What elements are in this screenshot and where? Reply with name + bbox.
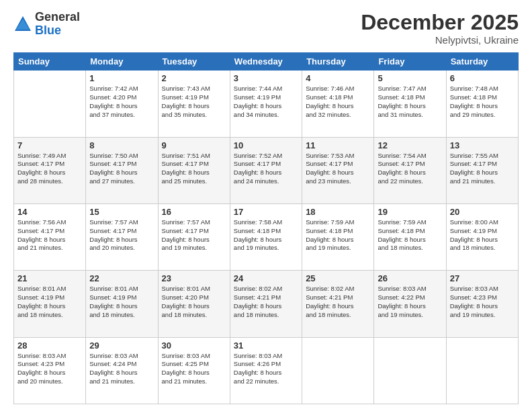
- day-number: 26: [378, 273, 442, 283]
- day-info: Sunrise: 8:01 AMSunset: 4:19 PMDaylight:…: [17, 285, 82, 319]
- calendar-cell: 29Sunrise: 8:03 AMSunset: 4:24 PMDayligh…: [86, 337, 158, 404]
- day-info: Sunrise: 8:01 AMSunset: 4:19 PMDaylight:…: [89, 285, 154, 319]
- calendar-cell: 15Sunrise: 7:57 AMSunset: 4:17 PMDayligh…: [86, 203, 158, 270]
- day-number: 13: [450, 140, 515, 150]
- day-info: Sunrise: 7:42 AMSunset: 4:20 PMDaylight:…: [89, 85, 154, 119]
- calendar-week-row: 28Sunrise: 8:03 AMSunset: 4:23 PMDayligh…: [14, 337, 519, 404]
- day-info: Sunrise: 7:59 AMSunset: 4:18 PMDaylight:…: [378, 218, 442, 253]
- calendar-cell: 28Sunrise: 8:03 AMSunset: 4:23 PMDayligh…: [14, 337, 86, 404]
- day-of-week-header: Monday: [86, 53, 158, 71]
- svg-marker-1: [16, 19, 30, 30]
- day-info: Sunrise: 7:59 AMSunset: 4:18 PMDaylight:…: [306, 218, 370, 253]
- day-number: 23: [162, 273, 226, 283]
- day-number: 9: [162, 140, 226, 150]
- day-of-week-header: Thursday: [302, 53, 374, 71]
- calendar-cell: 2Sunrise: 7:43 AMSunset: 4:19 PMDaylight…: [158, 71, 230, 137]
- calendar-cell: 18Sunrise: 7:59 AMSunset: 4:18 PMDayligh…: [302, 203, 374, 270]
- calendar-cell: 9Sunrise: 7:51 AMSunset: 4:17 PMDaylight…: [158, 137, 230, 203]
- day-number: 6: [450, 73, 515, 83]
- calendar-cell: 14Sunrise: 7:56 AMSunset: 4:17 PMDayligh…: [14, 203, 86, 270]
- calendar-week-row: 21Sunrise: 8:01 AMSunset: 4:19 PMDayligh…: [14, 271, 519, 337]
- day-of-week-header: Friday: [374, 53, 446, 71]
- calendar-cell: [374, 337, 446, 404]
- calendar-table: SundayMondayTuesdayWednesdayThursdayFrid…: [13, 52, 519, 404]
- day-info: Sunrise: 7:43 AMSunset: 4:19 PMDaylight:…: [162, 85, 226, 119]
- day-info: Sunrise: 7:54 AMSunset: 4:17 PMDaylight:…: [378, 152, 442, 186]
- day-info: Sunrise: 8:03 AMSunset: 4:24 PMDaylight:…: [89, 352, 154, 386]
- day-number: 17: [234, 207, 298, 217]
- day-number: 11: [306, 140, 370, 150]
- day-number: 16: [162, 207, 226, 217]
- day-number: 10: [234, 140, 298, 150]
- day-of-week-header: Sunday: [14, 53, 86, 71]
- title-section: December 2025 Nelypivtsi, Ukraine: [361, 11, 519, 46]
- day-number: 5: [378, 73, 442, 83]
- calendar-cell: [14, 71, 86, 137]
- day-of-week-header: Tuesday: [158, 53, 230, 71]
- day-number: 4: [306, 73, 370, 83]
- calendar-cell: 24Sunrise: 8:02 AMSunset: 4:21 PMDayligh…: [230, 271, 302, 337]
- day-info: Sunrise: 7:48 AMSunset: 4:18 PMDaylight:…: [450, 85, 515, 119]
- day-info: Sunrise: 8:03 AMSunset: 4:23 PMDaylight:…: [17, 352, 82, 386]
- day-info: Sunrise: 7:56 AMSunset: 4:17 PMDaylight:…: [17, 218, 82, 253]
- calendar-cell: 17Sunrise: 7:58 AMSunset: 4:18 PMDayligh…: [230, 203, 302, 270]
- calendar-cell: 12Sunrise: 7:54 AMSunset: 4:17 PMDayligh…: [374, 137, 446, 203]
- calendar-cell: 27Sunrise: 8:03 AMSunset: 4:23 PMDayligh…: [446, 271, 518, 337]
- calendar-cell: [302, 337, 374, 404]
- calendar-cell: 6Sunrise: 7:48 AMSunset: 4:18 PMDaylight…: [446, 71, 518, 137]
- day-number: 7: [17, 140, 82, 150]
- calendar-cell: 8Sunrise: 7:50 AMSunset: 4:17 PMDaylight…: [86, 137, 158, 203]
- calendar-cell: 10Sunrise: 7:52 AMSunset: 4:17 PMDayligh…: [230, 137, 302, 203]
- day-info: Sunrise: 7:47 AMSunset: 4:18 PMDaylight:…: [378, 85, 442, 119]
- day-number: 8: [89, 140, 154, 150]
- day-number: 1: [89, 73, 154, 83]
- day-info: Sunrise: 8:03 AMSunset: 4:23 PMDaylight:…: [450, 285, 515, 319]
- logo-icon: [13, 15, 32, 34]
- calendar-cell: 3Sunrise: 7:44 AMSunset: 4:19 PMDaylight…: [230, 71, 302, 137]
- day-info: Sunrise: 8:02 AMSunset: 4:21 PMDaylight:…: [306, 285, 370, 319]
- day-info: Sunrise: 7:57 AMSunset: 4:17 PMDaylight:…: [89, 218, 154, 253]
- calendar-header-row: SundayMondayTuesdayWednesdayThursdayFrid…: [14, 53, 519, 71]
- day-number: 28: [17, 340, 82, 351]
- day-info: Sunrise: 8:01 AMSunset: 4:20 PMDaylight:…: [162, 285, 226, 319]
- day-info: Sunrise: 7:51 AMSunset: 4:17 PMDaylight:…: [162, 152, 226, 186]
- day-number: 22: [89, 273, 154, 283]
- calendar-week-row: 7Sunrise: 7:49 AMSunset: 4:17 PMDaylight…: [14, 137, 519, 203]
- location: Nelypivtsi, Ukraine: [361, 34, 519, 46]
- calendar-cell: 16Sunrise: 7:57 AMSunset: 4:17 PMDayligh…: [158, 203, 230, 270]
- day-info: Sunrise: 7:49 AMSunset: 4:17 PMDaylight:…: [17, 152, 82, 186]
- calendar-week-row: 14Sunrise: 7:56 AMSunset: 4:17 PMDayligh…: [14, 203, 519, 270]
- logo-general: General: [35, 11, 80, 24]
- day-number: 29: [89, 340, 154, 351]
- day-number: 2: [162, 73, 226, 83]
- day-number: 15: [89, 207, 154, 217]
- day-info: Sunrise: 7:53 AMSunset: 4:17 PMDaylight:…: [306, 152, 370, 186]
- day-of-week-header: Saturday: [446, 53, 518, 71]
- header: General Blue December 2025 Nelypivtsi, U…: [13, 11, 519, 46]
- day-number: 30: [162, 340, 226, 351]
- logo-text: General Blue: [35, 11, 80, 38]
- day-number: 18: [306, 207, 370, 217]
- day-info: Sunrise: 8:03 AMSunset: 4:22 PMDaylight:…: [378, 285, 442, 319]
- calendar-cell: 23Sunrise: 8:01 AMSunset: 4:20 PMDayligh…: [158, 271, 230, 337]
- day-number: 21: [17, 273, 82, 283]
- day-info: Sunrise: 7:44 AMSunset: 4:19 PMDaylight:…: [234, 85, 298, 119]
- calendar-week-row: 1Sunrise: 7:42 AMSunset: 4:20 PMDaylight…: [14, 71, 519, 137]
- calendar-cell: 25Sunrise: 8:02 AMSunset: 4:21 PMDayligh…: [302, 271, 374, 337]
- logo-blue: Blue: [35, 24, 80, 38]
- calendar-cell: 20Sunrise: 8:00 AMSunset: 4:19 PMDayligh…: [446, 203, 518, 270]
- day-info: Sunrise: 7:58 AMSunset: 4:18 PMDaylight:…: [234, 218, 298, 253]
- calendar-cell: 4Sunrise: 7:46 AMSunset: 4:18 PMDaylight…: [302, 71, 374, 137]
- calendar-cell: 7Sunrise: 7:49 AMSunset: 4:17 PMDaylight…: [14, 137, 86, 203]
- logo: General Blue: [13, 11, 80, 38]
- day-number: 31: [234, 340, 298, 351]
- calendar-cell: 22Sunrise: 8:01 AMSunset: 4:19 PMDayligh…: [86, 271, 158, 337]
- day-info: Sunrise: 8:02 AMSunset: 4:21 PMDaylight:…: [234, 285, 298, 319]
- month-title: December 2025: [361, 11, 519, 34]
- calendar-cell: [446, 337, 518, 404]
- calendar-cell: 31Sunrise: 8:03 AMSunset: 4:26 PMDayligh…: [230, 337, 302, 404]
- day-number: 20: [450, 207, 515, 217]
- day-number: 24: [234, 273, 298, 283]
- calendar-cell: 26Sunrise: 8:03 AMSunset: 4:22 PMDayligh…: [374, 271, 446, 337]
- calendar-cell: 1Sunrise: 7:42 AMSunset: 4:20 PMDaylight…: [86, 71, 158, 137]
